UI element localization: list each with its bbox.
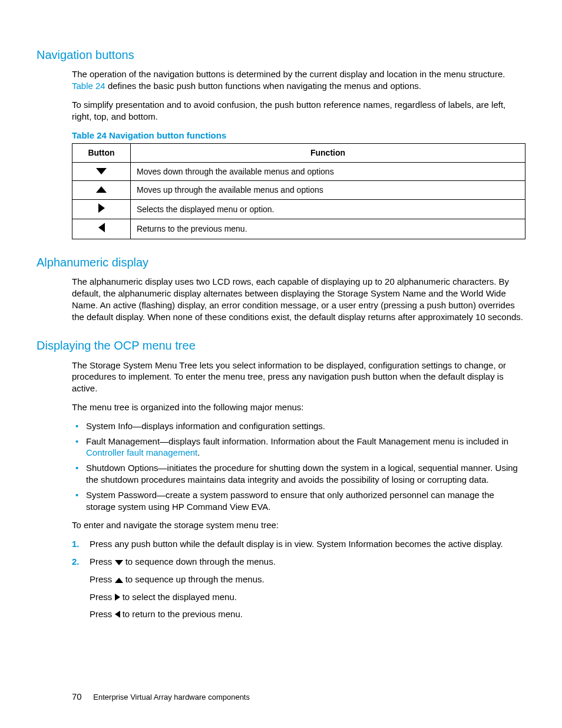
sub-press-up: Press to sequence up through the menus. [90, 574, 525, 585]
triangle-left-icon [98, 223, 105, 232]
triangle-left-icon [115, 611, 120, 618]
alpha-display-para: The alphanumeric display uses two LCD ro… [72, 276, 525, 322]
page-number: 70 [72, 691, 82, 701]
table-row: Selects the displayed menu or option. [72, 199, 525, 219]
menu-list: System Info—displays information and con… [72, 420, 525, 513]
step-2: Press to sequence down through the menus… [72, 556, 525, 620]
triangle-down-icon [96, 168, 107, 174]
triangle-down-icon [115, 560, 123, 565]
steps-list: Press any push button while the default … [72, 538, 525, 620]
ocp-para-2: The menu tree is organized into the foll… [72, 401, 525, 413]
triangle-right-icon [98, 203, 105, 213]
cell-function: Moves down through the available menus a… [131, 162, 525, 180]
text: Press [90, 556, 115, 566]
cell-function: Selects the displayed menu or option. [131, 199, 525, 219]
list-item: Shutdown Options—initiates the procedure… [72, 462, 525, 486]
text: to return to the previous menu. [120, 609, 243, 619]
heading-navigation-buttons: Navigation buttons [37, 47, 525, 62]
triangle-up-icon [96, 186, 107, 193]
table-row: Returns to the previous menu. [72, 219, 525, 239]
text: Press [90, 592, 115, 602]
link-controller-fault-management[interactable]: Controller fault management [86, 447, 197, 457]
list-item: System Password—create a system password… [72, 489, 525, 513]
table-24-caption: Table 24 Navigation button functions [72, 130, 525, 141]
table-row: Moves down through the available menus a… [72, 162, 525, 180]
link-table-24[interactable]: Table 24 [72, 81, 105, 91]
text: The operation of the navigation buttons … [72, 69, 505, 79]
nav-buttons-para-1: The operation of the navigation buttons … [72, 68, 525, 92]
cell-function: Moves up through the available menus and… [131, 181, 525, 199]
text: Fault Management—displays fault informat… [86, 436, 508, 446]
page-footer: 70 Enterprise Virtual Array hardware com… [72, 691, 525, 703]
table-24: Button Function Moves down through the a… [72, 143, 525, 239]
text: to sequence down through the menus. [123, 556, 276, 566]
triangle-up-icon [115, 578, 123, 583]
sub-press-left: Press to return to the previous menu. [90, 608, 525, 620]
sub-press-right: Press to select the displayed menu. [90, 591, 525, 603]
cell-function: Returns to the previous menu. [131, 219, 525, 239]
table-row: Moves up through the available menus and… [72, 181, 525, 199]
triangle-right-icon [115, 594, 120, 601]
text: Press [90, 609, 115, 619]
heading-alphanumeric-display: Alphanumeric display [37, 255, 525, 270]
list-item: System Info—displays information and con… [72, 420, 525, 432]
th-function: Function [131, 144, 525, 162]
step-1: Press any push button while the default … [72, 538, 525, 550]
heading-ocp-menu-tree: Displaying the OCP menu tree [37, 338, 525, 353]
text: . [197, 447, 200, 457]
nav-buttons-para-2: To simplify presentation and to avoid co… [72, 99, 525, 123]
list-item: Fault Management—displays fault informat… [72, 436, 525, 459]
footer-text: Enterprise Virtual Array hardware compon… [93, 693, 250, 701]
text: to sequence up through the menus. [123, 574, 265, 584]
text: defines the basic push button functions … [105, 81, 421, 91]
text: Press [90, 574, 115, 584]
ocp-para-1: The Storage System Menu Tree lets you se… [72, 360, 525, 394]
th-button: Button [72, 144, 131, 162]
text: to select the displayed menu. [120, 592, 237, 602]
ocp-para-3: To enter and navigate the storage system… [72, 519, 525, 531]
